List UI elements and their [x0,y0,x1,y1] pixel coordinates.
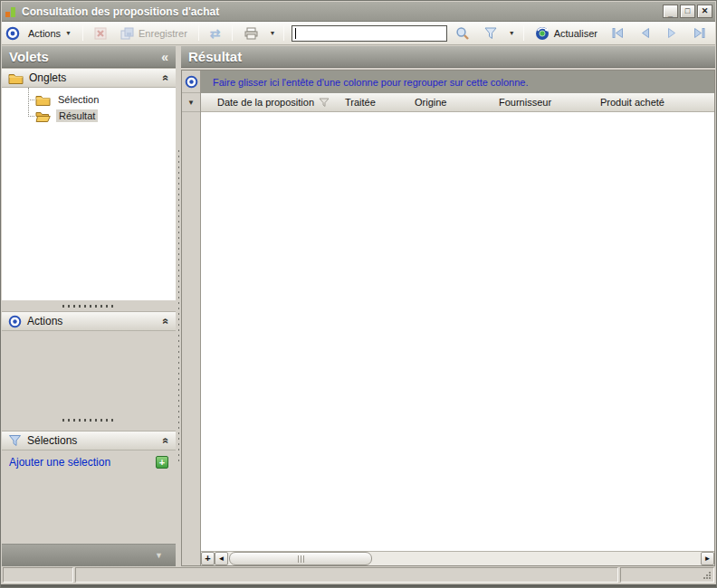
print-options-button[interactable]: ▼ [267,24,279,43]
titlebar: Consultation des propositions d'achat _ … [2,2,715,22]
grid-menu-cell[interactable] [182,71,200,93]
scrollbar-track[interactable] [373,552,701,565]
column-header-row: Date de la proposition Traitée Origine F… [201,93,714,112]
refresh-button[interactable]: Actualiser [530,24,603,43]
horizontal-scrollbar: + ◄ ► [201,551,714,565]
column-chooser-button[interactable]: ▼ [182,93,200,112]
nav-next-icon [665,27,679,39]
scroll-right-button[interactable]: ► [701,552,714,565]
grid-rows-area [201,112,714,551]
add-selection-row: Ajouter une sélection + [2,450,176,474]
add-row-button[interactable]: + [201,552,215,565]
chevron-down-icon: ▼ [509,30,515,36]
statusbar [2,566,715,583]
app-icon [5,5,17,18]
save-button[interactable]: Enregistrer [115,24,193,43]
nav-last-button[interactable] [687,24,712,43]
refresh-icon [535,26,550,41]
delete-x-icon [94,27,107,40]
filter-funnel-icon [8,434,22,447]
delete-button[interactable] [89,24,112,43]
tree-item-label: Résultat [56,109,98,122]
nav-next-button[interactable] [660,24,684,43]
nav-previous-button[interactable] [633,24,657,43]
bullseye-icon [185,75,198,89]
splitter-grip-icon [62,305,115,308]
tree-item-resultat[interactable]: Résultat [2,108,176,124]
column-header-produit[interactable]: Produit acheté [594,93,714,111]
column-header-traitee[interactable]: Traitée [339,93,408,111]
nav-last-icon [693,27,706,39]
section-header-actions[interactable]: Actions « [2,311,176,331]
print-button[interactable] [238,24,264,43]
maximize-button[interactable]: □ [680,5,695,18]
pane-splitter[interactable] [2,414,176,425]
section-header-onglets[interactable]: Onglets « [2,68,176,88]
filter-options-button[interactable]: ▼ [506,24,518,43]
chevron-down-icon: ▼ [65,30,72,36]
search-icon [455,26,470,41]
bullseye-icon [8,315,22,328]
chevron-up-icon[interactable]: « [160,438,173,444]
toolbar-separator [232,25,233,41]
toolbar-separator [523,25,524,41]
window-title: Consultation des propositions d'achat [22,5,658,18]
folder-icon [35,94,51,106]
filter-button[interactable] [478,24,503,43]
sidebar-title: Volets [9,49,161,64]
grid-body: Faire glisser ici l'entête d'une colonne… [201,71,714,565]
sync-button[interactable]: ⇄ [205,24,226,43]
result-title: Résultat [188,49,708,64]
add-selection-plus-button[interactable]: + [156,456,168,469]
toolbar-separator [82,25,83,41]
add-selection-link[interactable]: Ajouter une sélection [9,456,110,469]
window-bottom-border [1,584,716,587]
grid-gutter: ▼ [182,71,201,565]
result-grid: ▼ Faire glisser ici l'entête d'une colon… [181,70,715,566]
toolbar-separator [198,25,199,41]
text-caret [295,28,296,39]
statusbar-right-panel [620,567,714,583]
column-header-date[interactable]: Date de la proposition [201,93,339,111]
collapse-sidebar-button[interactable]: « [161,50,168,64]
scroll-left-button[interactable]: ◄ [215,552,228,565]
selections-panel-body [2,474,176,544]
sidebar-volets: Volets « Onglets « Sélection [2,46,176,566]
groupby-drop-zone[interactable]: Faire glisser ici l'entête d'une colonne… [201,71,714,93]
content-area: Volets « Onglets « Sélection [2,46,715,566]
section-label-selections: Sélections [27,434,158,447]
splitter-grip-icon [62,419,115,422]
folder-icon [8,72,24,84]
chevron-down-icon: ▼ [187,99,195,107]
scrollbar-thumb[interactable] [229,552,372,565]
chevron-up-icon[interactable]: « [160,318,173,325]
sync-icon: ⇄ [210,26,221,41]
nav-previous-icon [638,27,652,39]
column-header-origine[interactable]: Origine [408,93,492,111]
actions-menu-button[interactable]: Actions ▼ [23,24,77,43]
search-input[interactable] [292,25,446,42]
section-label-onglets: Onglets [29,71,158,84]
minimize-button[interactable]: _ [663,5,678,18]
chevron-up-icon[interactable]: « [160,75,173,81]
chevron-down-icon[interactable]: ▼ [155,551,163,560]
column-filter-icon[interactable] [319,98,330,108]
close-button[interactable]: ✕ [697,5,712,18]
tree-item-selection[interactable]: Sélection [2,91,176,108]
section-header-selections[interactable]: Sélections « [2,431,176,450]
nav-first-button[interactable] [606,24,630,43]
sidebar-header: Volets « [2,46,176,68]
tabs-tree: Sélection Résultat [2,88,176,300]
app-window: Consultation des propositions d'achat _ … [0,0,717,588]
search-button[interactable] [450,24,475,43]
result-header: Résultat [181,46,715,68]
save-icon [120,27,134,40]
tree-item-label: Sélection [55,93,101,106]
column-header-fournisseur[interactable]: Fournisseur [492,93,594,111]
sidebar-bottom-bar: ▼ [2,544,176,566]
actions-panel-body [2,331,176,414]
nav-first-icon [611,27,625,39]
resize-grip[interactable] [709,577,711,579]
main-panel: Résultat ▼ Faire glisser ici l'entête [181,46,715,566]
pane-splitter[interactable] [2,300,176,311]
